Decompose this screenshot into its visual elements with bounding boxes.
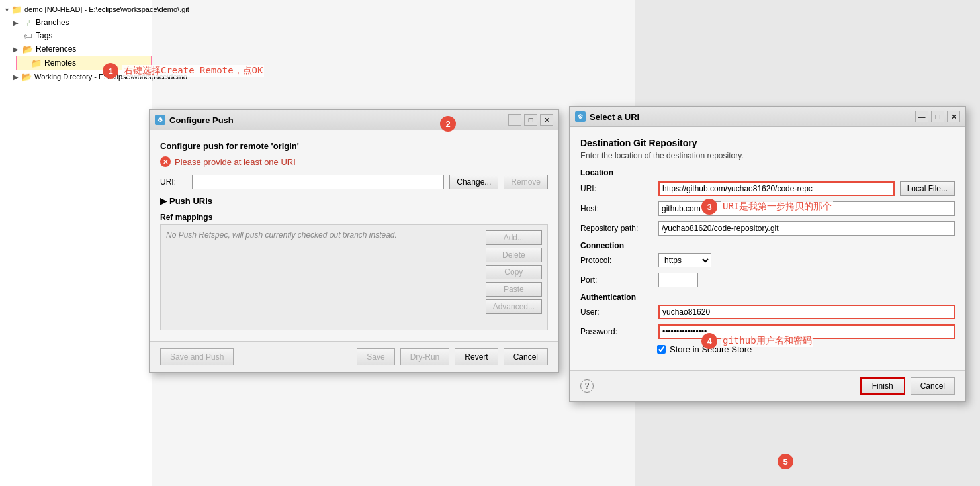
user-input[interactable] (658, 305, 955, 319)
finish-button[interactable]: Finish (860, 377, 905, 395)
tag-icon: 🏷 (22, 30, 33, 41)
store-row: Store in Secure Store (580, 344, 955, 354)
tree-item-tags[interactable]: ▶ 🏷 Tags (8, 29, 152, 42)
help-icon[interactable]: ? (580, 379, 594, 393)
arrow-icon: ▾ (5, 6, 9, 13)
configure-push-error: ✕ Please provide at least one URI (160, 156, 548, 167)
tree-label-tags: Tags (36, 31, 52, 40)
configure-push-footer: Save and Push Save Dry-Run Revert Cancel (150, 341, 558, 372)
uri-label: URI: (160, 177, 187, 187)
port-row: Port: (580, 273, 955, 287)
file-tree: ▾ 📁 demo [NO-HEAD] - E:\eclipse\workspac… (0, 0, 152, 486)
tree-label-workdir: Working Directory - E:\eclipse\workspace… (34, 73, 187, 81)
configure-push-dialog: ⚙ Configure Push — □ ✕ Configure push fo… (149, 109, 559, 373)
arrow-icon-branches: ▶ (13, 19, 20, 26)
uri-form-row: URI: Local File... (580, 181, 955, 196)
branch-icon: ⑂ (22, 17, 33, 28)
add-button[interactable]: Add... (486, 230, 542, 245)
configure-push-maximize[interactable]: □ (524, 114, 537, 126)
password-label: Password: (580, 327, 653, 336)
host-label: Host: (580, 204, 653, 213)
port-input[interactable] (658, 273, 698, 287)
tree-label-demo: demo [NO-HEAD] - E:\eclipse\workspace\de… (24, 5, 189, 13)
arrow-icon-references: ▶ (13, 46, 20, 53)
host-input[interactable] (658, 201, 955, 216)
repo-path-input[interactable] (658, 221, 955, 236)
select-uri-minimize[interactable]: — (915, 111, 928, 122)
refmapping-area: No Push Refspec, will push currently che… (160, 224, 548, 330)
save-button[interactable]: Save (357, 348, 394, 365)
push-uris-header[interactable]: ▶ Push URIs (160, 195, 548, 207)
footer-right-btns: Finish Cancel (860, 377, 955, 395)
configure-push-minimize[interactable]: — (508, 114, 521, 126)
advanced-button[interactable]: Advanced... (486, 299, 542, 314)
protocol-select[interactable]: https http git ssh (658, 253, 711, 267)
uri-field-label: URI: (580, 184, 653, 193)
select-uri-maximize[interactable]: □ (931, 111, 944, 122)
paste-button[interactable]: Paste (486, 282, 542, 297)
select-uri-controls: — □ ✕ (915, 111, 960, 122)
select-uri-titlebar[interactable]: ⚙ Select a URI — □ ✕ (570, 107, 965, 127)
remove-button[interactable]: Remove (504, 175, 548, 189)
change-button[interactable]: Change... (449, 175, 498, 189)
folder-icon: 📁 (11, 4, 22, 15)
tree-item-working-dir[interactable]: ▶ 📂 Working Directory - E:\eclipse\works… (8, 70, 152, 83)
configure-push-title-icon: ⚙ (155, 115, 165, 125)
select-uri-title-icon: ⚙ (575, 111, 586, 122)
refmapping-buttons: Add... Delete Copy Paste Advanced... (486, 230, 542, 324)
push-uris-section: ▶ Push URIs (160, 195, 548, 207)
select-uri-title-left: ⚙ Select a URI (575, 111, 639, 122)
configure-push-controls: — □ ✕ (508, 114, 553, 126)
auth-section: Authentication User: Password: Store in … (580, 293, 955, 354)
push-uris-arrow: ▶ (160, 196, 167, 206)
select-uri-title-text: Select a URI (590, 112, 639, 122)
folder-icon-references: 📂 (22, 44, 33, 54)
tree-item-branches[interactable]: ▶ ⑂ Branches (8, 16, 152, 29)
configure-push-content: Configure push for remote 'origin' ✕ Ple… (150, 130, 558, 341)
tree-item-demo[interactable]: ▾ 📁 demo [NO-HEAD] - E:\eclipse\workspac… (0, 3, 152, 16)
cancel-button[interactable]: Cancel (504, 348, 548, 365)
configure-push-heading: Configure push for remote 'origin' (160, 141, 548, 151)
store-label: Store in Secure Store (670, 344, 752, 354)
copy-button[interactable]: Copy (486, 265, 542, 279)
error-icon: ✕ (160, 156, 171, 167)
location-label: Location (580, 168, 955, 177)
delete-button[interactable]: Delete (486, 248, 542, 262)
protocol-label: Protocol: (580, 256, 653, 265)
configure-push-title-text: Configure Push (169, 115, 234, 125)
password-input[interactable] (658, 324, 955, 339)
error-msg: Please provide at least one URI (175, 157, 296, 167)
store-checkbox[interactable] (657, 345, 666, 354)
arrow-icon-workdir: ▶ (13, 73, 19, 81)
protocol-row: Protocol: https http git ssh (580, 253, 955, 267)
revert-button[interactable]: Revert (455, 348, 498, 365)
password-row: Password: (580, 324, 955, 339)
tree-label-references: References (36, 44, 76, 54)
uri-input[interactable] (192, 175, 444, 189)
push-uris-label: Push URIs (169, 196, 212, 206)
port-label: Port: (580, 275, 653, 285)
select-uri-close[interactable]: ✕ (947, 111, 960, 122)
dryrun-button[interactable]: Dry-Run (400, 348, 450, 365)
tree-item-remotes[interactable]: ▶ 📁 Remotes (16, 56, 152, 70)
select-uri-subheading: Enter the location of the destination re… (580, 151, 955, 160)
configure-push-close[interactable]: ✕ (540, 114, 553, 126)
local-file-button[interactable]: Local File... (900, 181, 955, 196)
uri-cancel-button[interactable]: Cancel (911, 377, 955, 395)
host-row: Host: (580, 201, 955, 216)
repo-path-label: Repository path: (580, 224, 653, 233)
select-uri-dialog: ⚙ Select a URI — □ ✕ Destination Git Rep… (569, 106, 966, 402)
auth-label: Authentication (580, 293, 955, 302)
save-push-button[interactable]: Save and Push (160, 348, 234, 365)
uri-field[interactable] (658, 181, 895, 196)
select-uri-content: Destination Git Repository Enter the loc… (570, 127, 965, 370)
user-label: User: (580, 307, 653, 316)
user-row: User: (580, 305, 955, 319)
select-uri-heading: Destination Git Repository (580, 138, 955, 148)
tree-label-remotes: Remotes (44, 58, 76, 68)
select-uri-footer: ? Finish Cancel (570, 370, 965, 401)
tree-label-branches: Branches (36, 18, 69, 27)
tree-item-references[interactable]: ▶ 📂 References (8, 42, 152, 56)
configure-push-titlebar[interactable]: ⚙ Configure Push — □ ✕ (150, 110, 558, 130)
remote-icon: 📁 (31, 58, 42, 68)
